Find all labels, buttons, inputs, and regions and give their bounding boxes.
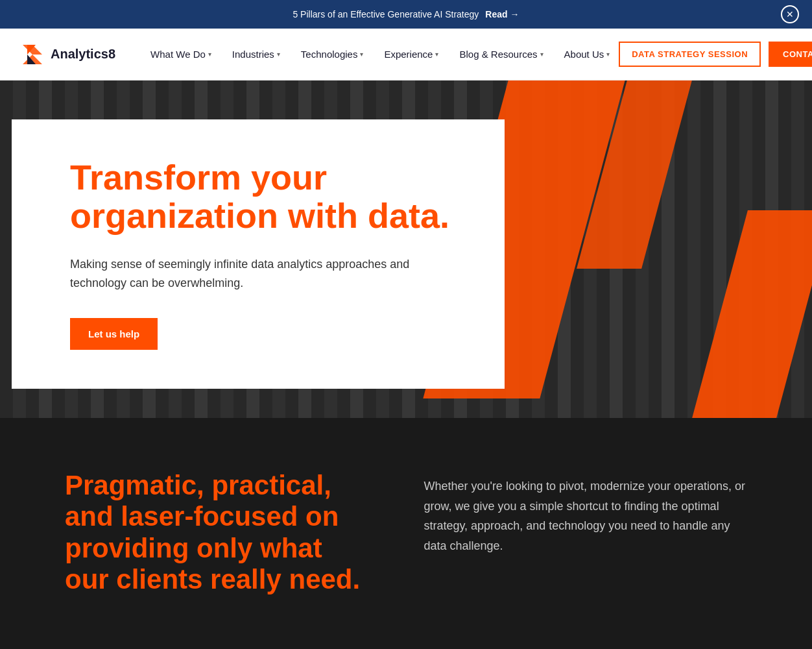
- nav-item-industries[interactable]: Industries ▾: [223, 43, 289, 65]
- chevron-down-icon: ▾: [540, 51, 543, 58]
- banner-read-link[interactable]: Read →: [485, 9, 519, 19]
- hero-card: Transform your organization with data. M…: [12, 119, 505, 389]
- hero-title: Transform your organization with data.: [70, 158, 466, 236]
- bottom-section: Pragmatic, practical, and laser-focused …: [0, 418, 812, 647]
- logo-text: Analytics8: [51, 47, 115, 62]
- bottom-left: Pragmatic, practical, and laser-focused …: [65, 470, 372, 595]
- navbar: Analytics8 What We Do ▾ Industries ▾ Tec…: [0, 29, 812, 80]
- banner-text: 5 Pillars of an Effective Generative AI …: [293, 9, 479, 19]
- hero-subtitle: Making sense of seemingly infinite data …: [70, 255, 433, 293]
- chevron-down-icon: ▾: [360, 51, 363, 58]
- bottom-right: Whether you're looking to pivot, moderni…: [424, 470, 747, 556]
- nav-item-what-we-do[interactable]: What We Do ▾: [141, 43, 221, 65]
- nav-item-blog-resources[interactable]: Blog & Resources ▾: [450, 43, 552, 65]
- logo-icon: [19, 42, 45, 67]
- nav-item-experience[interactable]: Experience ▾: [375, 43, 448, 65]
- chevron-down-icon: ▾: [277, 51, 280, 58]
- chevron-down-icon: ▾: [606, 51, 610, 58]
- hero-section: Transform your organization with data. M…: [0, 80, 812, 418]
- nav-item-technologies[interactable]: Technologies ▾: [292, 43, 373, 65]
- nav-cta-group: DATA STRATEGY SESSION CONTACT US: [619, 42, 812, 67]
- top-banner: 5 Pillars of an Effective Generative AI …: [0, 0, 812, 29]
- data-strategy-button[interactable]: DATA STRATEGY SESSION: [619, 42, 761, 67]
- contact-us-button[interactable]: CONTACT US: [769, 42, 812, 67]
- chevron-down-icon: ▾: [208, 51, 211, 58]
- nav-item-about-us[interactable]: About Us ▾: [555, 43, 619, 65]
- let-us-help-button[interactable]: Let us help: [70, 318, 158, 350]
- chevron-down-icon: ▾: [435, 51, 438, 58]
- nav-links: What We Do ▾ Industries ▾ Technologies ▾…: [141, 43, 619, 65]
- logo-link[interactable]: Analytics8: [19, 42, 115, 67]
- bottom-title: Pragmatic, practical, and laser-focused …: [65, 470, 372, 595]
- bottom-text: Whether you're looking to pivot, moderni…: [424, 476, 747, 556]
- banner-close-button[interactable]: ✕: [781, 5, 799, 23]
